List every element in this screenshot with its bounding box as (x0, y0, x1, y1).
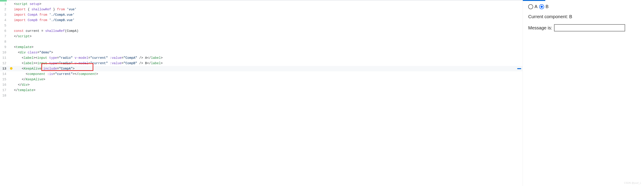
code-line[interactable]: 15 </KeepAlive> (0, 77, 522, 82)
code-content[interactable]: <script setup> (14, 1, 522, 7)
line-number: 13 (0, 66, 9, 71)
code-line[interactable]: 8 (0, 39, 522, 44)
code-content[interactable]: </template> (14, 88, 522, 93)
code-line[interactable]: 11 <label><input type="radio" v-model="c… (0, 55, 522, 61)
line-number: 12 (0, 61, 9, 66)
code-content[interactable]: import { shallowRef } from 'vue' (14, 7, 522, 12)
code-content[interactable]: </KeepAlive> (14, 77, 522, 82)
radio-option-a[interactable]: A (528, 4, 538, 9)
code-content[interactable]: import CompB from './CompB.vue' (14, 17, 522, 23)
code-line[interactable]: 12 <label><input type="radio" v-model="c… (0, 61, 522, 66)
line-number: 15 (0, 77, 9, 82)
code-line[interactable]: 7</script> (0, 34, 522, 39)
message-line: Message is: (528, 24, 638, 31)
radio-a-indicator[interactable] (528, 4, 533, 9)
code-content[interactable]: const current = shallowRef(CompA) (14, 28, 522, 34)
current-component-value: B (569, 14, 572, 19)
code-editor[interactable]: 1<script setup>2import { shallowRef } fr… (0, 0, 522, 186)
code-content[interactable]: <div class="demo"> (14, 50, 522, 55)
code-content[interactable]: import CompA from './CompA.vue' (14, 12, 522, 17)
code-line[interactable]: 1<script setup> (0, 1, 522, 7)
code-line[interactable]: 2import { shallowRef } from 'vue' (0, 7, 522, 12)
code-line[interactable]: 17</template> (0, 88, 522, 93)
change-marker (517, 68, 521, 69)
radio-b-label: B (546, 4, 548, 9)
line-number: 16 (0, 82, 9, 88)
code-line[interactable]: 5 (0, 23, 522, 28)
code-line[interactable]: 13 <KeepAlive include="CompA"> (0, 66, 522, 71)
code-content[interactable]: <component :is="current"></component> (14, 71, 522, 77)
radio-option-b[interactable]: B (539, 4, 548, 9)
code-line[interactable]: 6const current = shallowRef(CompA) (0, 28, 522, 34)
code-content[interactable]: <KeepAlive include="CompA"> (14, 66, 522, 71)
line-number: 8 (0, 39, 9, 44)
line-number: 1 (0, 1, 9, 7)
radio-a-label: A (534, 4, 538, 9)
component-radio-group: A B (528, 4, 638, 9)
preview-tab-active-indicator (523, 0, 545, 1)
line-number: 6 (0, 28, 9, 34)
preview-pane: A B Current component: B Message is: CSD… (522, 0, 644, 186)
line-number: 3 (0, 12, 9, 17)
code-line[interactable]: 10 <div class="demo"> (0, 50, 522, 55)
watermark-text: CSDN @yusf_L (624, 182, 641, 184)
code-line[interactable]: 3import CompA from './CompA.vue' (0, 12, 522, 17)
line-number: 17 (0, 88, 9, 93)
code-content[interactable]: </div> (14, 82, 522, 88)
message-label: Message is: (528, 25, 552, 30)
code-line[interactable]: 16 </div> (0, 82, 522, 88)
line-number: 10 (0, 50, 9, 55)
code-content[interactable]: <template> (14, 44, 522, 50)
code-content[interactable]: </script> (14, 34, 522, 39)
line-number: 9 (0, 44, 9, 50)
hint-gutter (9, 66, 14, 71)
current-component-line: Current component: B (528, 14, 638, 19)
line-number: 11 (0, 55, 9, 61)
code-line[interactable]: 14 <component :is="current"></component> (0, 71, 522, 77)
line-number: 7 (0, 34, 9, 39)
code-content[interactable]: <label><input type="radio" v-model="curr… (14, 55, 522, 61)
line-number: 14 (0, 71, 9, 77)
code-line[interactable]: 9<template> (0, 44, 522, 50)
line-number: 18 (0, 93, 9, 98)
radio-b-indicator[interactable] (539, 4, 544, 9)
code-content[interactable]: <label><input type="radio" v-model="curr… (14, 61, 522, 66)
lightbulb-icon[interactable] (10, 67, 12, 70)
line-number: 5 (0, 23, 9, 28)
message-input[interactable] (554, 24, 625, 31)
line-number: 2 (0, 7, 9, 12)
code-line[interactable]: 18 (0, 93, 522, 98)
current-component-label: Current component: (528, 14, 568, 19)
code-line[interactable]: 4import CompB from './CompB.vue' (0, 17, 522, 23)
line-number: 4 (0, 17, 9, 23)
